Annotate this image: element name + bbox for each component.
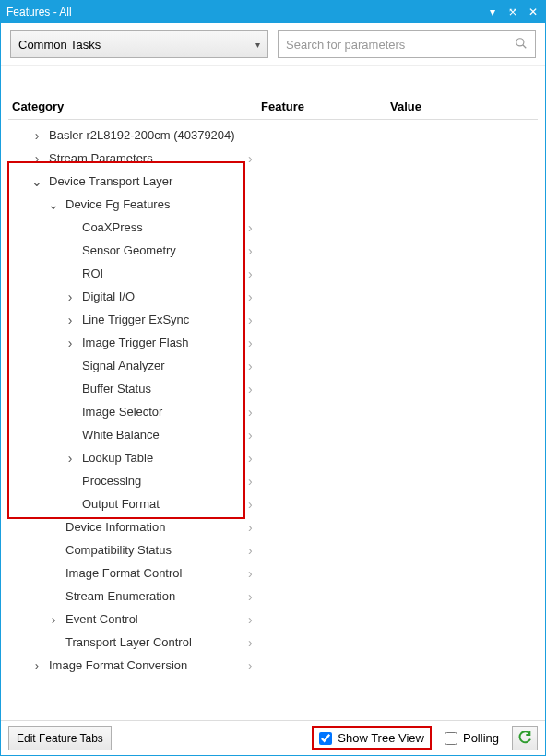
chevron-right-icon[interactable]: › bbox=[248, 613, 253, 626]
chevron-right-icon[interactable]: › bbox=[30, 152, 43, 165]
header-feature[interactable]: Feature bbox=[261, 100, 390, 113]
minimize-icon[interactable]: ▾ bbox=[486, 6, 499, 18]
tree-row[interactable]: ›Image Format Conversion› bbox=[8, 654, 538, 677]
chevron-right-icon[interactable]: › bbox=[248, 429, 253, 442]
tree-row[interactable]: Sensor Geometry› bbox=[8, 239, 538, 262]
tree-row[interactable]: ›Basler r2L8192-200cm (40379204) bbox=[8, 124, 538, 147]
show-tree-label: Show Tree View bbox=[338, 731, 424, 745]
tree-row[interactable]: ›Stream Parameters› bbox=[8, 147, 538, 170]
tree-row[interactable]: ⌄Device Transport Layer bbox=[8, 170, 538, 193]
tree-row[interactable]: ›Line Trigger ExSync› bbox=[8, 308, 538, 331]
chevron-right-icon[interactable]: › bbox=[248, 313, 253, 326]
chevron-right-icon[interactable]: › bbox=[64, 452, 77, 465]
toolbar: Common Tasks ▾ Search for parameters bbox=[1, 23, 545, 66]
tree-item-label: Basler r2L8192-200cm (40379204) bbox=[49, 128, 235, 142]
tree-row[interactable]: Image Format Control› bbox=[8, 561, 538, 585]
search-input[interactable]: Search for parameters bbox=[278, 30, 536, 58]
chevron-right-icon[interactable]: › bbox=[64, 337, 77, 349]
show-tree-checkbox-input[interactable] bbox=[319, 732, 332, 745]
tree-item-label: Device Fg Features bbox=[65, 197, 170, 211]
chevron-right-icon[interactable]: › bbox=[248, 636, 253, 649]
chevron-right-icon[interactable]: › bbox=[248, 406, 253, 419]
chevron-right-icon[interactable]: › bbox=[248, 452, 253, 465]
tree-item-label: Signal Analyzer bbox=[82, 359, 165, 372]
chevron-down-icon[interactable]: ⌄ bbox=[47, 198, 60, 211]
tasks-dropdown[interactable]: Common Tasks ▾ bbox=[10, 30, 268, 58]
chevron-right-icon[interactable]: › bbox=[30, 129, 43, 142]
tree-item-label: ROI bbox=[82, 266, 103, 280]
chevron-right-icon[interactable]: › bbox=[64, 313, 77, 326]
tree-row[interactable]: Processing› bbox=[8, 469, 538, 492]
feature-tree[interactable]: ›Basler r2L8192-200cm (40379204)›Stream … bbox=[8, 120, 538, 713]
chevron-right-icon[interactable]: › bbox=[248, 337, 253, 349]
tree-item-label: Processing bbox=[82, 474, 141, 488]
tree-item-label: Line Trigger ExSync bbox=[82, 313, 189, 326]
tree-item-label: Lookup Table bbox=[82, 451, 153, 465]
chevron-right-icon[interactable]: › bbox=[248, 521, 253, 534]
chevron-down-icon[interactable]: ⌄ bbox=[30, 175, 43, 188]
tree-item-label: CoaXPress bbox=[82, 220, 143, 234]
chevron-right-icon[interactable]: › bbox=[30, 659, 43, 672]
edit-tabs-label: Edit Feature Tabs bbox=[17, 732, 103, 745]
tree-row[interactable]: Buffer Status› bbox=[8, 377, 538, 400]
tree-item-label: Image Trigger Flash bbox=[82, 336, 189, 349]
tree-row[interactable]: Transport Layer Control› bbox=[8, 631, 538, 654]
close-icon[interactable]: ✕ bbox=[527, 6, 540, 18]
tree-row[interactable]: ⌄Device Fg Features bbox=[8, 193, 538, 216]
chevron-right-icon[interactable]: › bbox=[248, 221, 253, 234]
chevron-right-icon[interactable]: › bbox=[47, 613, 60, 626]
tree-row[interactable]: Signal Analyzer› bbox=[8, 354, 538, 377]
column-headers: Category Feature Value bbox=[8, 70, 538, 120]
tree-row[interactable]: Device Information› bbox=[8, 515, 538, 538]
tree-row[interactable]: ›Event Control› bbox=[8, 608, 538, 631]
header-category[interactable]: Category bbox=[12, 100, 261, 113]
content-area: Category Feature Value ›Basler r2L8192-2… bbox=[1, 66, 545, 720]
refresh-button[interactable] bbox=[512, 726, 538, 750]
tree-item-label: Stream Parameters bbox=[49, 151, 153, 165]
tree-item-label: Event Control bbox=[65, 612, 138, 626]
tree-item-label: Device Information bbox=[65, 520, 165, 534]
svg-line-1 bbox=[523, 44, 527, 48]
features-window: Features - All ▾ ⤧ ✕ Common Tasks ▾ Sear… bbox=[0, 0, 546, 756]
tree-item-label: Image Selector bbox=[82, 405, 162, 419]
tree-row[interactable]: CoaXPress› bbox=[8, 216, 538, 239]
tree-row[interactable]: ROI› bbox=[8, 262, 538, 285]
chevron-right-icon[interactable]: › bbox=[248, 498, 253, 511]
window-title: Features - All bbox=[6, 6, 486, 18]
pin-icon[interactable]: ⤧ bbox=[506, 6, 519, 18]
chevron-right-icon[interactable]: › bbox=[64, 290, 77, 303]
chevron-right-icon[interactable]: › bbox=[248, 475, 253, 488]
tree-row[interactable]: Stream Enumeration› bbox=[8, 585, 538, 608]
tasks-dropdown-value: Common Tasks bbox=[18, 38, 101, 52]
edit-feature-tabs-button[interactable]: Edit Feature Tabs bbox=[8, 726, 112, 750]
tree-row[interactable]: ›Lookup Table› bbox=[8, 446, 538, 469]
search-icon bbox=[515, 37, 528, 53]
chevron-right-icon[interactable]: › bbox=[248, 244, 253, 257]
chevron-right-icon[interactable]: › bbox=[248, 152, 253, 165]
show-tree-view-checkbox[interactable]: Show Tree View bbox=[312, 726, 432, 750]
chevron-right-icon[interactable]: › bbox=[248, 290, 253, 303]
header-value[interactable]: Value bbox=[390, 100, 534, 113]
svg-point-0 bbox=[516, 38, 524, 45]
window-controls: ▾ ⤧ ✕ bbox=[486, 6, 540, 18]
tree-row[interactable]: Compatibility Status› bbox=[8, 538, 538, 561]
polling-label: Polling bbox=[463, 731, 499, 745]
tree-row[interactable]: ›Image Trigger Flash› bbox=[8, 331, 538, 354]
tree-row[interactable]: White Balance› bbox=[8, 423, 538, 446]
titlebar: Features - All ▾ ⤧ ✕ bbox=[1, 1, 545, 23]
chevron-right-icon[interactable]: › bbox=[248, 567, 253, 580]
chevron-right-icon[interactable]: › bbox=[248, 544, 253, 557]
chevron-right-icon[interactable]: › bbox=[248, 267, 253, 280]
chevron-right-icon[interactable]: › bbox=[248, 590, 253, 603]
tree-item-label: White Balance bbox=[82, 428, 160, 442]
chevron-right-icon[interactable]: › bbox=[248, 383, 253, 396]
tree-row[interactable]: Output Format› bbox=[8, 492, 538, 515]
polling-checkbox[interactable]: Polling bbox=[439, 728, 504, 748]
polling-checkbox-input[interactable] bbox=[445, 732, 457, 745]
chevron-right-icon[interactable]: › bbox=[248, 360, 253, 372]
tree-row[interactable]: Image Selector› bbox=[8, 400, 538, 423]
chevron-right-icon[interactable]: › bbox=[248, 659, 253, 672]
tree-row[interactable]: ›Digital I/O› bbox=[8, 285, 538, 308]
tree-item-label: Output Format bbox=[82, 497, 160, 511]
tree-item-label: Digital I/O bbox=[82, 289, 135, 303]
